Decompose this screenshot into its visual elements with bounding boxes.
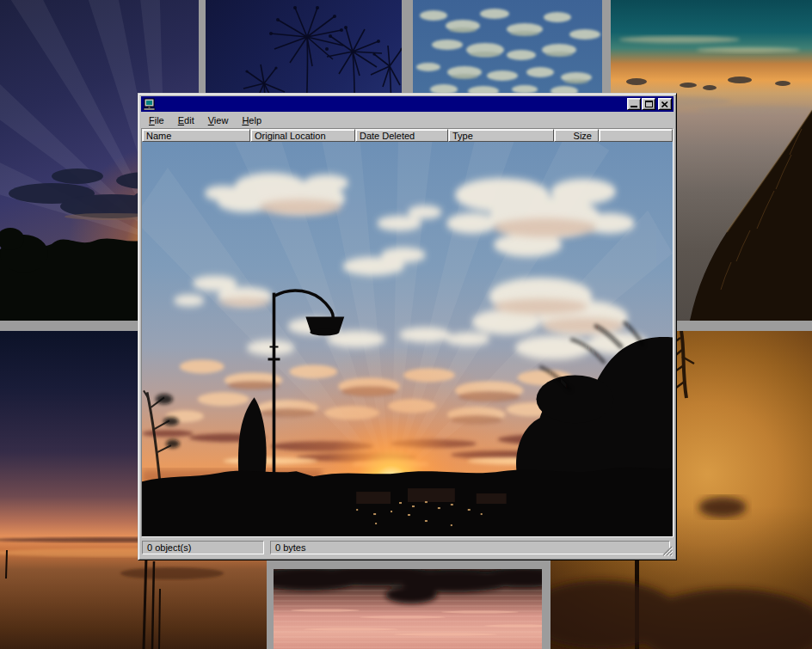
window-titlebar[interactable] xyxy=(141,96,674,112)
menu-file[interactable]: File xyxy=(142,113,171,128)
minimize-button[interactable] xyxy=(627,98,641,110)
column-header-size[interactable]: Size xyxy=(554,129,599,142)
column-header-type[interactable]: Type xyxy=(448,129,554,142)
wallpaper-water-reflection-photo xyxy=(274,569,542,649)
reflection-art xyxy=(274,569,542,649)
column-headers: Name Original Location Date Deleted Type… xyxy=(142,129,673,142)
resize-grip[interactable] xyxy=(661,545,673,556)
recycle-bin-window: File Edit View Help Name Original Locati… xyxy=(138,93,677,560)
status-byte-count: 0 bytes xyxy=(270,541,670,554)
menu-bar: File Edit View Help xyxy=(141,112,674,128)
menu-edit[interactable]: Edit xyxy=(171,113,201,128)
computer-icon xyxy=(143,98,157,110)
close-icon xyxy=(661,101,668,107)
status-object-count: 0 object(s) xyxy=(142,541,264,554)
column-header-filler xyxy=(599,129,673,142)
column-header-name[interactable]: Name xyxy=(142,129,250,142)
status-bar: 0 object(s) 0 bytes xyxy=(141,537,674,557)
minimize-icon xyxy=(631,106,637,107)
column-header-original-location[interactable]: Original Location xyxy=(250,129,355,142)
maximize-icon xyxy=(645,101,653,107)
menu-view[interactable]: View xyxy=(201,113,236,128)
close-button[interactable] xyxy=(658,98,672,110)
menu-help[interactable]: Help xyxy=(235,113,268,128)
maximize-button[interactable] xyxy=(642,98,655,110)
column-header-date-deleted[interactable]: Date Deleted xyxy=(355,129,448,142)
street-lamp-sunset-photo xyxy=(142,142,673,536)
file-list-area[interactable] xyxy=(142,142,673,536)
desktop[interactable]: File Edit View Help Name Original Locati… xyxy=(0,0,812,649)
list-view: Name Original Location Date Deleted Type… xyxy=(141,128,674,537)
